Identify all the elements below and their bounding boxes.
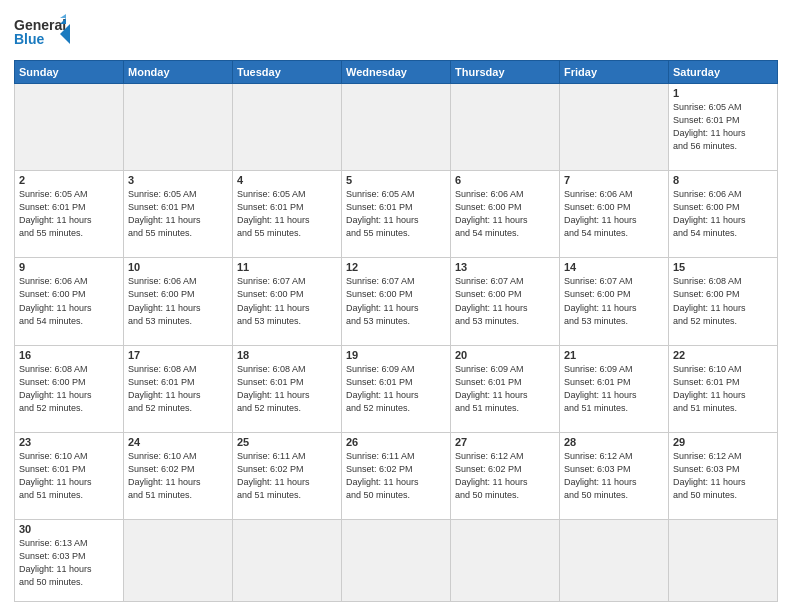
day-info: Sunrise: 6:12 AM Sunset: 6:03 PM Dayligh… [564,450,664,502]
day-number: 24 [128,436,228,448]
calendar-cell: 28Sunrise: 6:12 AM Sunset: 6:03 PM Dayli… [560,432,669,519]
day-info: Sunrise: 6:07 AM Sunset: 6:00 PM Dayligh… [346,275,446,327]
day-number: 26 [346,436,446,448]
calendar-cell [15,84,124,171]
calendar-cell: 5Sunrise: 6:05 AM Sunset: 6:01 PM Daylig… [342,171,451,258]
svg-text:Blue: Blue [14,31,45,47]
calendar-table: SundayMondayTuesdayWednesdayThursdayFrid… [14,60,778,602]
day-number: 23 [19,436,119,448]
day-info: Sunrise: 6:12 AM Sunset: 6:02 PM Dayligh… [455,450,555,502]
calendar-cell [342,520,451,602]
day-info: Sunrise: 6:06 AM Sunset: 6:00 PM Dayligh… [19,275,119,327]
day-number: 12 [346,261,446,273]
day-number: 3 [128,174,228,186]
calendar-cell [233,520,342,602]
weekday-header-wednesday: Wednesday [342,61,451,84]
calendar-cell: 4Sunrise: 6:05 AM Sunset: 6:01 PM Daylig… [233,171,342,258]
day-info: Sunrise: 6:06 AM Sunset: 6:00 PM Dayligh… [128,275,228,327]
day-number: 13 [455,261,555,273]
calendar-week-2: 9Sunrise: 6:06 AM Sunset: 6:00 PM Daylig… [15,258,778,345]
day-number: 4 [237,174,337,186]
calendar-cell: 16Sunrise: 6:08 AM Sunset: 6:00 PM Dayli… [15,345,124,432]
day-number: 15 [673,261,773,273]
day-info: Sunrise: 6:06 AM Sunset: 6:00 PM Dayligh… [455,188,555,240]
calendar-cell: 21Sunrise: 6:09 AM Sunset: 6:01 PM Dayli… [560,345,669,432]
calendar-cell: 7Sunrise: 6:06 AM Sunset: 6:00 PM Daylig… [560,171,669,258]
day-number: 10 [128,261,228,273]
calendar-cell: 19Sunrise: 6:09 AM Sunset: 6:01 PM Dayli… [342,345,451,432]
day-number: 17 [128,349,228,361]
calendar-cell [560,520,669,602]
day-info: Sunrise: 6:09 AM Sunset: 6:01 PM Dayligh… [564,363,664,415]
day-info: Sunrise: 6:11 AM Sunset: 6:02 PM Dayligh… [237,450,337,502]
day-info: Sunrise: 6:07 AM Sunset: 6:00 PM Dayligh… [564,275,664,327]
calendar-cell: 13Sunrise: 6:07 AM Sunset: 6:00 PM Dayli… [451,258,560,345]
calendar-cell: 24Sunrise: 6:10 AM Sunset: 6:02 PM Dayli… [124,432,233,519]
day-number: 28 [564,436,664,448]
calendar-week-5: 30Sunrise: 6:13 AM Sunset: 6:03 PM Dayli… [15,520,778,602]
calendar-cell [669,520,778,602]
calendar-cell [451,84,560,171]
calendar-cell [451,520,560,602]
weekday-header-friday: Friday [560,61,669,84]
calendar-cell: 15Sunrise: 6:08 AM Sunset: 6:00 PM Dayli… [669,258,778,345]
calendar-cell: 12Sunrise: 6:07 AM Sunset: 6:00 PM Dayli… [342,258,451,345]
calendar-cell: 22Sunrise: 6:10 AM Sunset: 6:01 PM Dayli… [669,345,778,432]
page: GeneralBlue SundayMondayTuesdayWednesday… [0,0,792,612]
weekday-header-saturday: Saturday [669,61,778,84]
calendar-cell: 11Sunrise: 6:07 AM Sunset: 6:00 PM Dayli… [233,258,342,345]
weekday-header-thursday: Thursday [451,61,560,84]
calendar-cell [342,84,451,171]
calendar-cell: 1Sunrise: 6:05 AM Sunset: 6:01 PM Daylig… [669,84,778,171]
calendar-cell [233,84,342,171]
day-info: Sunrise: 6:12 AM Sunset: 6:03 PM Dayligh… [673,450,773,502]
svg-marker-4 [60,14,66,18]
day-info: Sunrise: 6:08 AM Sunset: 6:00 PM Dayligh… [19,363,119,415]
day-info: Sunrise: 6:09 AM Sunset: 6:01 PM Dayligh… [455,363,555,415]
calendar-cell: 3Sunrise: 6:05 AM Sunset: 6:01 PM Daylig… [124,171,233,258]
day-info: Sunrise: 6:10 AM Sunset: 6:02 PM Dayligh… [128,450,228,502]
calendar-cell: 6Sunrise: 6:06 AM Sunset: 6:00 PM Daylig… [451,171,560,258]
day-info: Sunrise: 6:08 AM Sunset: 6:00 PM Dayligh… [673,275,773,327]
calendar-cell: 25Sunrise: 6:11 AM Sunset: 6:02 PM Dayli… [233,432,342,519]
day-info: Sunrise: 6:08 AM Sunset: 6:01 PM Dayligh… [237,363,337,415]
calendar-cell: 20Sunrise: 6:09 AM Sunset: 6:01 PM Dayli… [451,345,560,432]
calendar-week-3: 16Sunrise: 6:08 AM Sunset: 6:00 PM Dayli… [15,345,778,432]
day-info: Sunrise: 6:05 AM Sunset: 6:01 PM Dayligh… [237,188,337,240]
logo-svg: GeneralBlue [14,12,74,54]
day-number: 9 [19,261,119,273]
day-number: 2 [19,174,119,186]
weekday-header-tuesday: Tuesday [233,61,342,84]
day-number: 19 [346,349,446,361]
weekday-header-monday: Monday [124,61,233,84]
day-number: 16 [19,349,119,361]
calendar-cell: 2Sunrise: 6:05 AM Sunset: 6:01 PM Daylig… [15,171,124,258]
day-number: 18 [237,349,337,361]
day-number: 8 [673,174,773,186]
day-info: Sunrise: 6:05 AM Sunset: 6:01 PM Dayligh… [128,188,228,240]
day-info: Sunrise: 6:13 AM Sunset: 6:03 PM Dayligh… [19,537,119,589]
day-info: Sunrise: 6:10 AM Sunset: 6:01 PM Dayligh… [673,363,773,415]
calendar-cell [124,84,233,171]
day-info: Sunrise: 6:10 AM Sunset: 6:01 PM Dayligh… [19,450,119,502]
day-number: 22 [673,349,773,361]
weekday-header-row: SundayMondayTuesdayWednesdayThursdayFrid… [15,61,778,84]
day-number: 14 [564,261,664,273]
day-number: 11 [237,261,337,273]
calendar-cell: 29Sunrise: 6:12 AM Sunset: 6:03 PM Dayli… [669,432,778,519]
calendar-week-1: 2Sunrise: 6:05 AM Sunset: 6:01 PM Daylig… [15,171,778,258]
day-info: Sunrise: 6:07 AM Sunset: 6:00 PM Dayligh… [237,275,337,327]
logo: GeneralBlue [14,12,74,54]
weekday-header-sunday: Sunday [15,61,124,84]
day-number: 29 [673,436,773,448]
calendar-cell: 27Sunrise: 6:12 AM Sunset: 6:02 PM Dayli… [451,432,560,519]
calendar-cell: 23Sunrise: 6:10 AM Sunset: 6:01 PM Dayli… [15,432,124,519]
day-info: Sunrise: 6:06 AM Sunset: 6:00 PM Dayligh… [673,188,773,240]
day-info: Sunrise: 6:05 AM Sunset: 6:01 PM Dayligh… [346,188,446,240]
day-number: 6 [455,174,555,186]
calendar-cell [560,84,669,171]
day-number: 5 [346,174,446,186]
day-info: Sunrise: 6:05 AM Sunset: 6:01 PM Dayligh… [673,101,773,153]
day-info: Sunrise: 6:08 AM Sunset: 6:01 PM Dayligh… [128,363,228,415]
calendar-cell: 14Sunrise: 6:07 AM Sunset: 6:00 PM Dayli… [560,258,669,345]
